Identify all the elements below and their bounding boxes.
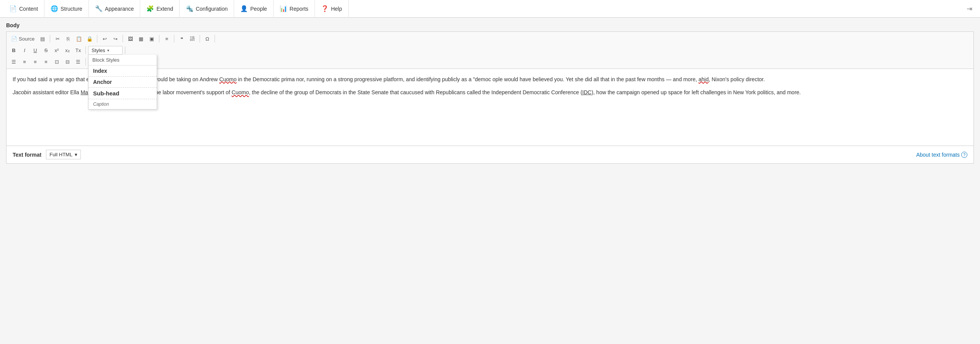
nav-label-people: People: [250, 6, 267, 12]
editor-container: 📄 Source ▤ ✂ ⎘ 📋 🔒 ↩ ↪ 🖼 ▦ ▣ ≡ ❝: [6, 31, 974, 164]
toolbar-btn-align-justify[interactable]: ≡: [41, 57, 51, 66]
toolbar-btn-bold[interactable]: B: [9, 46, 19, 55]
nav-label-configuration: Configuration: [196, 6, 228, 12]
nav-item-content[interactable]: 📄 Content: [3, 0, 44, 18]
editor-toolbar: 📄 Source ▤ ✂ ⎘ 📋 🔒 ↩ ↪ 🖼 ▦ ▣ ≡ ❝: [7, 32, 973, 69]
style-item-caption[interactable]: Caption: [88, 99, 157, 109]
configuration-icon: 🔩: [186, 5, 193, 12]
people-icon: 👤: [240, 5, 248, 12]
toolbar-sep-4: [159, 35, 159, 43]
appearance-icon: 🔧: [95, 5, 103, 12]
content-icon: 📄: [9, 5, 17, 12]
toolbar-btn-undo[interactable]: ↩: [100, 34, 110, 43]
toolbar-btn-justify[interactable]: ≡: [162, 34, 172, 43]
extend-icon: 🧩: [146, 5, 154, 12]
toolbar-btn-strikethrough[interactable]: S: [41, 46, 51, 55]
toolbar-btn-list[interactable]: ☰: [73, 57, 83, 66]
nav-label-extend: Extend: [156, 6, 173, 12]
styles-dropdown-menu: Block Styles Index Anchor Sub-head Capti…: [88, 55, 157, 110]
source-label: Source: [19, 36, 34, 42]
toolbar-btn-pastetext[interactable]: 🔒: [85, 34, 95, 43]
toolbar-btn-underline[interactable]: U: [30, 46, 40, 55]
reports-icon: 📊: [280, 5, 287, 12]
nav-item-extend[interactable]: 🧩 Extend: [140, 0, 180, 18]
toolbar-btn-indent-left[interactable]: ⊡: [52, 57, 62, 66]
toolbar-btn-language[interactable]: 語: [187, 34, 197, 43]
nav-item-reports[interactable]: 📊 Reports: [274, 0, 315, 18]
toolbar-sep-6: [200, 35, 200, 43]
nav-label-content: Content: [19, 6, 38, 12]
toolbar-btn-align-right[interactable]: ≡: [30, 57, 40, 66]
toolbar-sep-5: [174, 35, 174, 43]
style-item-subhead[interactable]: Sub-head: [88, 88, 157, 99]
body-label: Body: [6, 22, 974, 28]
style-item-index[interactable]: Index: [88, 66, 157, 76]
nav-item-configuration[interactable]: 🔩 Configuration: [180, 0, 234, 18]
toolbar-row-2: B I U S x² x₂ Tx Styles ▾ Block Styles: [9, 45, 971, 56]
about-text-formats-link[interactable]: About text formats ?: [916, 152, 967, 158]
toolbar-btn-maximize[interactable]: ▤: [38, 34, 48, 43]
toolbar-btn-subscript[interactable]: x₂: [62, 46, 72, 55]
toolbar-row-1: 📄 Source ▤ ✂ ⎘ 📋 🔒 ↩ ↪ 🖼 ▦ ▣ ≡ ❝: [9, 33, 971, 44]
main-content: Body 📄 Source ▤ ✂ ⎘ 📋 🔒 ↩ ↪ 🖼 ▦: [0, 18, 980, 168]
help-circle-icon: ?: [961, 152, 967, 158]
toolbar-btn-italic[interactable]: I: [20, 46, 29, 55]
toolbar-sep-8: [85, 46, 86, 54]
toolbar-btn-indent-right[interactable]: ⊟: [62, 57, 72, 66]
nav-label-help: Help: [331, 6, 342, 12]
toolbar-sep-9: [125, 46, 125, 54]
italic-jacobin: Jacobin: [13, 89, 31, 95]
toolbar-sep-2: [97, 35, 97, 43]
nav-label-structure: Structure: [61, 6, 82, 12]
toolbar-sep-7: [215, 35, 215, 43]
toolbar-sep-10: [85, 58, 86, 66]
help-icon: ❓: [321, 5, 329, 12]
toolbar-btn-copy[interactable]: ⎘: [63, 34, 73, 43]
toolbar-btn-align-center[interactable]: ≡: [20, 57, 29, 66]
toolbar-sep-3: [123, 35, 123, 43]
toolbar-btn-cut[interactable]: ✂: [52, 34, 62, 43]
nav-label-reports: Reports: [290, 6, 308, 12]
top-navigation: 📄 Content 🌐 Structure 🔧 Appearance 🧩 Ext…: [0, 0, 980, 18]
dropdown-arrow-icon: ▾: [107, 48, 109, 52]
toolbar-btn-special-char[interactable]: Ω: [202, 34, 212, 43]
text-format-select[interactable]: Full HTML ▾: [46, 150, 81, 159]
block-styles-section-label: Block Styles: [88, 55, 157, 66]
styles-label: Styles: [92, 48, 105, 53]
toolbar-btn-table[interactable]: ▦: [136, 34, 146, 43]
toolbar-btn-blockquote[interactable]: ❝: [177, 34, 187, 43]
styles-dropdown-button[interactable]: Styles ▾: [88, 46, 123, 55]
toolbar-btn-superscript[interactable]: x²: [52, 46, 62, 55]
source-file-icon: 📄: [11, 36, 17, 42]
structure-icon: 🌐: [51, 5, 58, 12]
toolbar-btn-redo[interactable]: ↪: [110, 34, 120, 43]
toolbar-btn-paste[interactable]: 📋: [74, 34, 84, 43]
about-link-text: About text formats: [916, 152, 960, 158]
nav-item-people[interactable]: 👤 People: [234, 0, 274, 18]
text-format-value: Full HTML: [49, 152, 72, 157]
toolbar-btn-removeformat[interactable]: Tx: [73, 46, 83, 55]
toolbar-btn-hr[interactable]: ▣: [147, 34, 157, 43]
toolbar-btn-align-left[interactable]: ☰: [9, 57, 19, 66]
toolbar-sep-1: [50, 35, 50, 43]
link-idc[interactable]: IDC: [582, 89, 592, 95]
styles-dropdown-wrapper: Styles ▾ Block Styles Index Anchor Sub-h…: [88, 46, 123, 55]
nav-item-structure[interactable]: 🌐 Structure: [44, 0, 89, 18]
text-format-bar: Text format Full HTML ▾ About text forma…: [7, 146, 973, 163]
toolbar-btn-image[interactable]: 🖼: [125, 34, 135, 43]
style-item-anchor[interactable]: Anchor: [88, 77, 157, 87]
nav-collapse-button[interactable]: ⇥: [962, 5, 977, 13]
source-button[interactable]: 📄 Source: [9, 35, 37, 43]
text-format-label: Text format: [13, 152, 41, 158]
text-format-arrow-icon: ▾: [75, 152, 77, 157]
link-cuomo-2[interactable]: Cuomo: [232, 89, 249, 95]
nav-item-appearance[interactable]: 🔧 Appearance: [89, 0, 141, 18]
link-cuomo-1[interactable]: Cuomo: [219, 76, 236, 82]
nav-label-appearance: Appearance: [105, 6, 134, 12]
link-shahid[interactable]: ahid: [698, 76, 708, 82]
nav-item-help[interactable]: ❓ Help: [315, 0, 349, 18]
